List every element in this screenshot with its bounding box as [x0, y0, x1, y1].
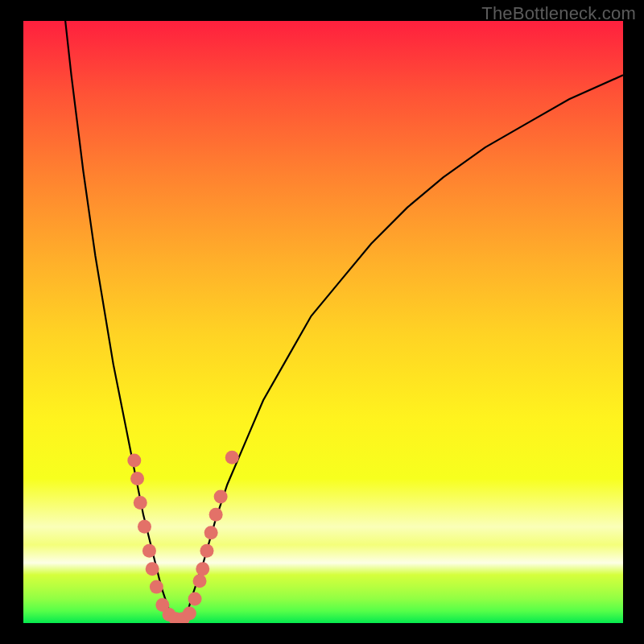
chart-plot-area: [23, 21, 623, 623]
highlight-point: [142, 544, 156, 558]
highlight-point: [146, 562, 159, 576]
highlight-point: [127, 454, 141, 468]
highlight-point: [138, 520, 151, 534]
highlight-point: [134, 496, 147, 510]
highlight-markers: [127, 451, 238, 623]
highlight-point: [130, 472, 144, 485]
highlight-point: [225, 451, 239, 464]
bottleneck-curve-right: [185, 75, 623, 620]
highlight-point: [204, 526, 218, 539]
highlight-point: [193, 574, 207, 588]
highlight-point: [150, 580, 163, 594]
highlight-point: [214, 489, 228, 503]
highlight-point: [188, 592, 202, 606]
bottleneck-curve-left: [65, 21, 173, 620]
highlight-point: [209, 508, 223, 522]
chart-frame: TheBottleneck.com: [0, 0, 644, 644]
watermark-text: TheBottleneck.com: [481, 3, 636, 24]
highlight-point: [196, 562, 209, 576]
highlight-point: [183, 607, 196, 621]
chart-svg: [23, 21, 623, 623]
highlight-point: [200, 544, 213, 558]
